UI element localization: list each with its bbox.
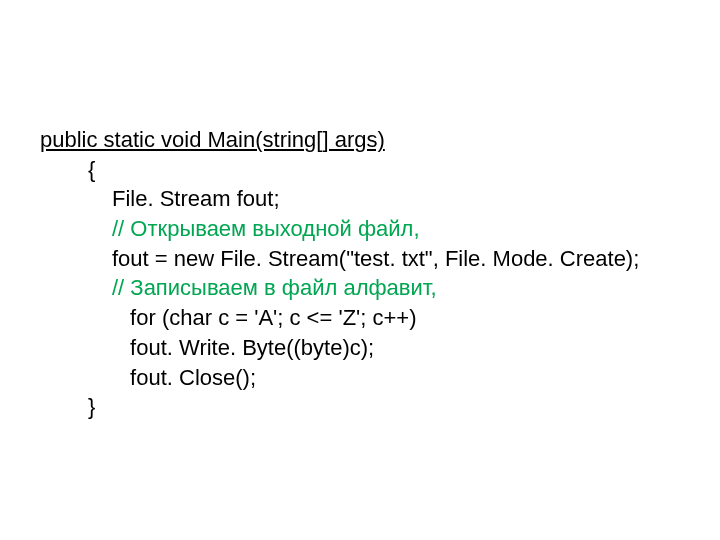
- code-line-7: for (char c = 'A'; c <= 'Z'; c++): [40, 303, 720, 333]
- code-line-8: fout. Write. Byte((byte)c);: [40, 333, 720, 363]
- code-line-9: fout. Close();: [40, 363, 720, 393]
- code-line-5: fout = new File. Stream("test. txt", Fil…: [40, 244, 720, 274]
- code-line-6-comment: // Записываем в файл алфавит,: [40, 273, 720, 303]
- code-line-4-comment: // Открываем выходной файл,: [40, 214, 720, 244]
- code-line-10: }: [40, 392, 720, 422]
- code-line-2: {: [40, 155, 720, 185]
- code-snippet: public static void Main(string[] args) {…: [0, 0, 720, 422]
- code-line-1: public static void Main(string[] args): [40, 125, 720, 155]
- code-line-3: File. Stream fout;: [40, 184, 720, 214]
